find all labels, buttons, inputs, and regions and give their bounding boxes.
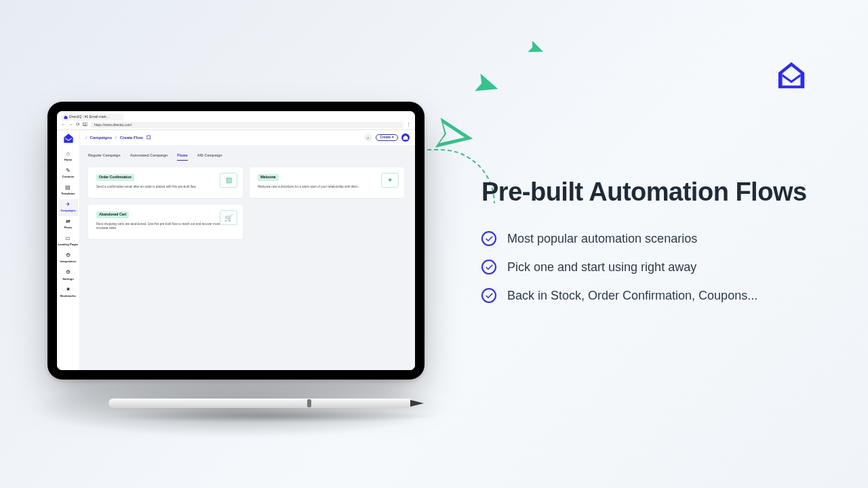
sidebar-item-label: Landing Pages: [58, 243, 79, 246]
sidebar-item-campaigns[interactable]: ✈Campaigns: [58, 199, 79, 216]
create-button[interactable]: Create ▾: [376, 134, 398, 142]
sidebar-item-label: Integrations: [60, 260, 77, 263]
flows-icon: ⇄: [58, 218, 79, 224]
flow-card-illus-icon: ▧: [220, 173, 237, 188]
check-circle-icon: [481, 231, 496, 246]
browser-back-icon[interactable]: ←: [61, 122, 66, 127]
sidebar-item-label: Campaigns: [60, 209, 76, 212]
avatar[interactable]: [401, 134, 410, 142]
sidebar-item-settings[interactable]: ⚙Settings: [58, 267, 79, 284]
sidebar-item-label: Settings: [62, 277, 74, 281]
flow-card-welcome[interactable]: ✦WelcomeWelcome new subscribers for a wa…: [250, 167, 404, 198]
flow-card-title: Order Confirmation: [96, 174, 134, 181]
avatar-icon: [403, 135, 408, 140]
chevron-down-icon: ▾: [392, 136, 394, 140]
contacts-icon: ✎: [58, 167, 79, 174]
search-icon: ⌕: [367, 136, 370, 140]
promo-bullet: Back in Stock, Order Confirmation, Coupo…: [481, 288, 807, 303]
templates-icon: ▤: [58, 184, 79, 190]
sidebar-item-label: Contacts: [62, 175, 75, 178]
paper-plane-icon: [525, 39, 547, 62]
tablet-screen: DirectIQ - #1 Email mark… ← → ⟳ ⚿ https:…: [57, 111, 415, 370]
breadcrumb: / Campaigns / Create Flow ☐: [85, 135, 151, 140]
breadcrumb-item[interactable]: Create Flow: [120, 136, 143, 140]
check-circle-icon: [481, 260, 496, 274]
sidebar-item-flows[interactable]: ⇄Flows: [58, 216, 79, 233]
promo-bullet-text: Most popular automation scenarios: [507, 232, 697, 246]
campaigns-icon: ✈: [58, 201, 79, 207]
browser-reload-icon[interactable]: ⟳: [76, 122, 80, 127]
tab-a-b-campaign[interactable]: A/B Campaign: [197, 153, 222, 161]
flow-card-order-confirmation[interactable]: ▧Order ConfirmationSend a confirmation e…: [88, 167, 243, 198]
tabs: Regular CampaignAutomated CampaignFlowsA…: [80, 145, 415, 161]
search-button[interactable]: ⌕: [364, 134, 372, 142]
sidebar-item-landing-pages[interactable]: ▭Landing Pages: [58, 233, 79, 250]
tablet-mockup: DirectIQ - #1 Email mark… ← → ⟳ ⚿ https:…: [47, 102, 425, 380]
promo-bullet-text: Pick one and start using right away: [507, 260, 696, 274]
flow-card-desc: Most shopping carts are abandoned. Use t…: [96, 222, 235, 230]
tab-automated-campaign[interactable]: Automated Campaign: [130, 153, 168, 161]
promo-section: Pre-built Automation Flows Most popular …: [481, 178, 807, 317]
tab-regular-campaign[interactable]: Regular Campaign: [88, 153, 121, 161]
sidebar: ⌂Home✎Contacts▤Templates✈Campaigns⇄Flows…: [57, 130, 80, 370]
browser-tab-row: DirectIQ - #1 Email mark…: [57, 111, 415, 121]
sidebar-item-label: Templates: [61, 192, 75, 195]
breadcrumb-item[interactable]: Campaigns: [90, 136, 112, 140]
bookmarks-icon: ★: [58, 286, 79, 292]
promo-bullet-text: Back in Stock, Order Confirmation, Coupo…: [507, 289, 757, 303]
sidebar-item-bookmarks[interactable]: ★Bookmarks: [58, 284, 79, 301]
promo-headline: Pre-built Automation Flows: [481, 178, 807, 207]
browser-address-bar: ← → ⟳ ⚿ https://www.directiq.com/ ⋮: [57, 121, 415, 130]
sidebar-item-label: Flows: [64, 226, 73, 229]
promo-bullet: Most popular automation scenarios: [481, 231, 807, 246]
check-circle-icon: [481, 288, 496, 303]
flow-card-title: Welcome: [258, 174, 279, 181]
topbar: / Campaigns / Create Flow ☐ ⌕ Create ▾: [80, 130, 415, 145]
tab-flows[interactable]: Flows: [177, 153, 187, 161]
flow-card-illus-icon: 🛒: [220, 210, 237, 225]
settings-icon: ⚙: [58, 269, 79, 275]
flow-card-desc: Welcome new subscribers for a warm start…: [258, 185, 396, 188]
browser-lock-icon: ⚿: [83, 122, 87, 127]
sidebar-item-label: Home: [64, 158, 73, 161]
sidebar-item-label: Bookmarks: [60, 294, 76, 298]
promo-bullet: Pick one and start using right away: [481, 260, 807, 274]
landing-pages-icon: ▭: [58, 235, 79, 241]
sidebar-item-contacts[interactable]: ✎Contacts: [58, 165, 79, 182]
browser-tab[interactable]: DirectIQ - #1 Email mark…: [61, 114, 123, 121]
brand-logo: [776, 60, 807, 94]
bookmark-icon[interactable]: ☐: [146, 135, 151, 140]
browser-menu-icon[interactable]: ⋮: [406, 122, 411, 127]
browser-tab-title: DirectIQ - #1 Email mark…: [69, 115, 110, 119]
sidebar-item-home[interactable]: ⌂Home: [58, 148, 79, 165]
home-icon: ⌂: [58, 150, 79, 157]
flow-card-abandoned-cart[interactable]: 🛒Abandoned CartMost shopping carts are a…: [88, 205, 243, 239]
stylus: [81, 399, 448, 426]
flow-card-desc: Send a confirmation email after an order…: [96, 185, 235, 188]
flow-cards-grid: ▧Order ConfirmationSend a confirmation e…: [80, 161, 415, 246]
sidebar-item-integrations[interactable]: ⚙Integrations: [58, 250, 79, 267]
app-logo[interactable]: [63, 133, 74, 144]
sidebar-item-templates[interactable]: ▤Templates: [58, 182, 79, 199]
url-field[interactable]: https://www.directiq.com/: [90, 122, 403, 128]
paper-plane-icon: [471, 70, 503, 103]
flow-card-title: Abandoned Cart: [96, 211, 129, 218]
brand-favicon-icon: [64, 115, 68, 119]
integrations-icon: ⚙: [58, 252, 79, 258]
promo-bullets: Most popular automation scenariosPick on…: [481, 231, 807, 303]
flow-card-illus-icon: ✦: [381, 173, 399, 188]
browser-forward-icon[interactable]: →: [68, 122, 73, 127]
create-button-label: Create: [380, 136, 391, 140]
